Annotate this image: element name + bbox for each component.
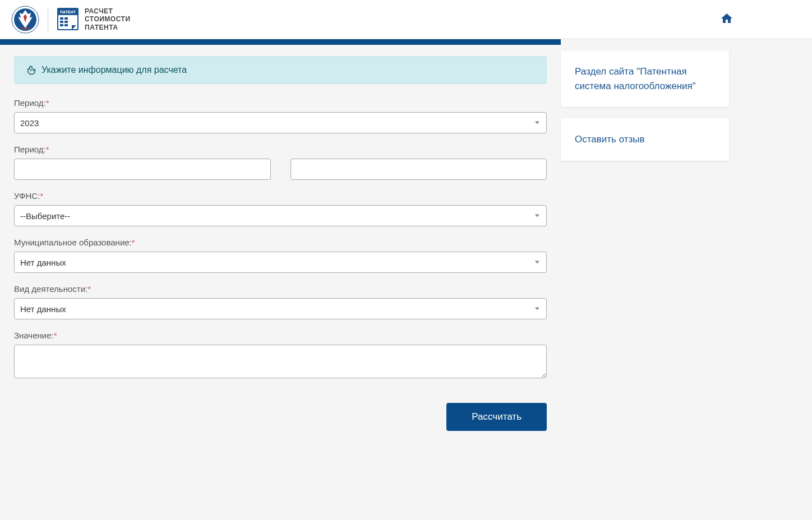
svg-text:ПАТЕНТ: ПАТЕНТ (60, 10, 76, 14)
value-group: Значение:* (14, 331, 547, 380)
form-container: Укажите информацию для расчета Период:* … (0, 45, 561, 442)
home-icon[interactable] (720, 12, 801, 27)
value-textarea[interactable] (14, 345, 547, 378)
sidebar: Раздел сайта "Патентная система налогооб… (561, 39, 757, 453)
activity-type-group: Вид деятельности:* Нет данных (14, 284, 547, 319)
period-range-label: Период:* (14, 145, 547, 154)
sidebar-card-feedback: Оставить отзыв (561, 118, 729, 161)
ufns-group: УФНС:* --Выберите-- (14, 191, 547, 226)
period-range-group: Период:* (14, 145, 547, 180)
svg-rect-8 (64, 21, 68, 23)
svg-rect-7 (60, 21, 63, 23)
period-year-select[interactable]: 2023 (14, 112, 547, 133)
ufns-label: УФНС:* (14, 191, 547, 201)
calculate-button[interactable]: Рассчитать (446, 403, 547, 431)
period-range-row (14, 159, 547, 180)
blue-bar (0, 39, 561, 45)
sidebar-card-patent-section: Раздел сайта "Патентная система налогооб… (561, 50, 729, 107)
sidebar-link-patent-section[interactable]: Раздел сайта "Патентная система налогооб… (575, 66, 696, 91)
header-divider (48, 8, 48, 31)
activity-type-label: Вид деятельности:* (14, 284, 547, 294)
municipality-select[interactable]: Нет данных (14, 252, 547, 273)
svg-rect-5 (60, 17, 63, 20)
header: ПАТЕНТ РАСЧЕТ СТОИМОСТИ ПАТЕНТА (0, 0, 812, 39)
sidebar-link-feedback[interactable]: Оставить отзыв (575, 134, 645, 145)
period-to-input[interactable] (290, 159, 547, 180)
content-wrapper: Укажите информацию для расчета Период:* … (0, 39, 812, 453)
svg-rect-9 (60, 24, 63, 26)
period-year-label: Период:* (14, 98, 547, 108)
header-left: ПАТЕНТ РАСЧЕТ СТОИМОСТИ ПАТЕНТА (11, 6, 131, 34)
activity-type-select[interactable]: Нет данных (14, 298, 547, 319)
patent-doc-icon: ПАТЕНТ (57, 7, 79, 31)
button-container: Рассчитать (14, 403, 547, 431)
period-year-group: Период:* 2023 (14, 98, 547, 133)
municipality-label: Муниципальное образование:* (14, 238, 547, 247)
patent-logo: ПАТЕНТ РАСЧЕТ СТОИМОСТИ ПАТЕНТА (57, 7, 131, 31)
municipality-group: Муниципальное образование:* Нет данных (14, 238, 547, 273)
period-from-input[interactable] (14, 159, 271, 180)
value-label: Значение:* (14, 331, 547, 340)
header-title: РАСЧЕТ СТОИМОСТИ ПАТЕНТА (85, 7, 131, 31)
svg-rect-6 (64, 17, 68, 20)
emblem-icon (11, 6, 39, 34)
svg-rect-10 (64, 24, 68, 26)
main-content: Укажите информацию для расчета Период:* … (0, 39, 561, 453)
info-banner: Укажите информацию для расчета (14, 56, 547, 84)
ufns-select[interactable]: --Выберите-- (14, 205, 547, 226)
hand-down-icon (26, 65, 36, 75)
banner-text: Укажите информацию для расчета (41, 65, 187, 75)
